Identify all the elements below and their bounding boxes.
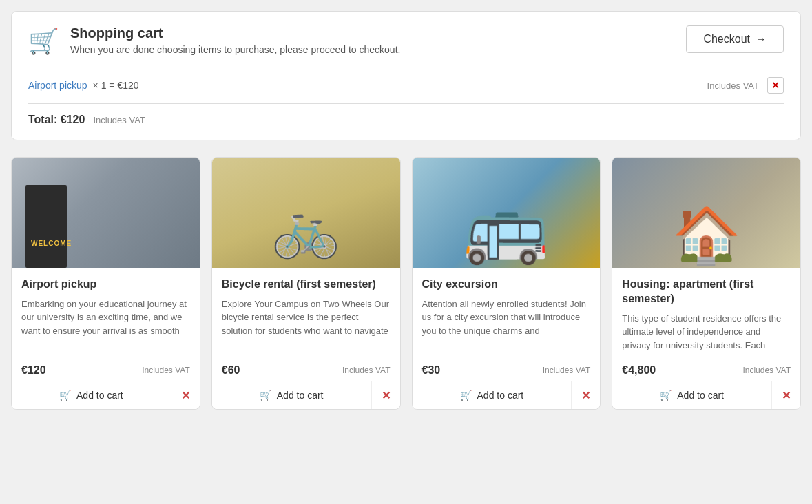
product-card-airport-pickup: Airport pickup Embarking on your educati… <box>11 157 200 410</box>
x-icon-city-excursion: ✕ <box>581 389 590 402</box>
product-price-housing-apartment: €4,800 <box>622 364 656 377</box>
page: 🛒 Shopping cart When you are done choosi… <box>0 0 812 421</box>
product-price-airport-pickup: €120 <box>21 364 46 377</box>
product-card-bicycle-rental: Bicycle rental (first semester) Explore … <box>211 157 401 410</box>
cart-total-vat: Includes VAT <box>93 115 145 125</box>
product-price-row-airport-pickup: €120 Includes VAT <box>12 357 200 381</box>
product-desc-city-excursion: Attention all newly enrolled students! J… <box>422 297 591 352</box>
add-to-cart-label-city-excursion: Add to cart <box>477 390 524 401</box>
checkout-button[interactable]: Checkout → <box>686 25 784 53</box>
cart-total-row: Total: €120 Includes VAT <box>28 103 784 126</box>
remove-cart-item-button[interactable]: ✕ <box>767 77 784 94</box>
product-desc-airport-pickup: Embarking on your educational journey at… <box>21 297 190 352</box>
product-price-city-excursion: €30 <box>422 364 441 377</box>
cart-item-quantity: × 1 = €120 <box>93 80 139 91</box>
product-price-bicycle-rental: €60 <box>222 364 240 377</box>
cart-icon-small-housing-apartment: 🛒 <box>660 390 672 401</box>
product-name-airport-pickup: Airport pickup <box>21 277 190 292</box>
product-vat-bicycle-rental: Includes VAT <box>342 366 391 375</box>
products-grid: Airport pickup Embarking on your educati… <box>11 157 801 410</box>
cart-icon-small-bicycle-rental: 🛒 <box>260 390 271 401</box>
cart-item-link[interactable]: Airport pickup <box>28 80 87 91</box>
product-footer-city-excursion: 🛒 Add to cart ✕ <box>413 381 601 409</box>
product-footer-airport-pickup: 🛒 Add to cart ✕ <box>12 381 200 409</box>
product-vat-city-excursion: Includes VAT <box>543 366 591 375</box>
product-name-bicycle-rental: Bicycle rental (first semester) <box>222 277 391 292</box>
cart-info: Shopping cart When you are done choosing… <box>70 25 400 55</box>
product-price-row-bicycle-rental: €60 Includes VAT <box>212 357 400 381</box>
product-card-housing-apartment: Housing: apartment (first semester) This… <box>612 157 801 410</box>
add-to-cart-label-bicycle-rental: Add to cart <box>277 390 324 401</box>
product-vat-airport-pickup: Includes VAT <box>142 366 190 375</box>
remove-product-button-city-excursion[interactable]: ✕ <box>572 381 600 409</box>
product-desc-housing-apartment: This type of student residence offers th… <box>622 312 791 353</box>
product-card-city-excursion: City excursion Attention all newly enrol… <box>412 157 601 410</box>
product-body-city-excursion: City excursion Attention all newly enrol… <box>413 268 601 357</box>
product-name-housing-apartment: Housing: apartment (first semester) <box>622 277 791 306</box>
cart-item-left: Airport pickup × 1 = €120 <box>28 80 139 91</box>
product-footer-bicycle-rental: 🛒 Add to cart ✕ <box>212 381 400 409</box>
cart-item-row: Airport pickup × 1 = €120 Includes VAT ✕ <box>28 70 784 101</box>
cart-item-right: Includes VAT ✕ <box>707 77 784 94</box>
cart-subtitle: When you are done choosing items to purc… <box>70 44 400 55</box>
add-to-cart-label-airport-pickup: Add to cart <box>76 390 123 401</box>
cart-title: Shopping cart <box>70 25 400 41</box>
product-desc-bicycle-rental: Explore Your Campus on Two Wheels Our bi… <box>222 297 391 352</box>
product-price-row-housing-apartment: €4,800 Includes VAT <box>612 357 800 381</box>
add-to-cart-button-city-excursion[interactable]: 🛒 Add to cart <box>413 381 572 409</box>
product-image-city-excursion <box>413 158 601 268</box>
x-icon-housing-apartment: ✕ <box>782 389 791 402</box>
cart-icon-small-airport-pickup: 🛒 <box>59 390 71 401</box>
shopping-cart-section: 🛒 Shopping cart When you are done choosi… <box>11 11 801 140</box>
product-body-bicycle-rental: Bicycle rental (first semester) Explore … <box>212 268 400 357</box>
product-vat-housing-apartment: Includes VAT <box>742 366 791 375</box>
cart-total-label: Total: €120 <box>28 114 85 126</box>
add-to-cart-button-airport-pickup[interactable]: 🛒 Add to cart <box>12 381 171 409</box>
product-name-city-excursion: City excursion <box>422 277 591 292</box>
product-image-bicycle-rental <box>212 158 400 268</box>
checkout-label: Checkout <box>703 33 750 45</box>
add-to-cart-button-bicycle-rental[interactable]: 🛒 Add to cart <box>212 381 372 409</box>
remove-product-button-housing-apartment[interactable]: ✕ <box>772 381 800 409</box>
checkout-arrow: → <box>756 33 767 45</box>
cart-icon: 🛒 <box>28 27 59 56</box>
product-footer-housing-apartment: 🛒 Add to cart ✕ <box>612 381 800 409</box>
product-image-housing-apartment <box>612 158 800 268</box>
cart-item-vat: Includes VAT <box>707 81 759 91</box>
x-icon-airport-pickup: ✕ <box>181 389 190 402</box>
cart-header-left: 🛒 Shopping cart When you are done choosi… <box>28 25 400 56</box>
remove-product-button-bicycle-rental[interactable]: ✕ <box>372 381 400 409</box>
product-price-row-city-excursion: €30 Includes VAT <box>413 357 601 381</box>
x-icon-bicycle-rental: ✕ <box>382 389 391 402</box>
product-body-airport-pickup: Airport pickup Embarking on your educati… <box>12 268 200 357</box>
cart-header: 🛒 Shopping cart When you are done choosi… <box>28 25 784 56</box>
product-image-airport-pickup <box>12 158 200 268</box>
product-body-housing-apartment: Housing: apartment (first semester) This… <box>612 268 800 357</box>
add-to-cart-button-housing-apartment[interactable]: 🛒 Add to cart <box>612 381 772 409</box>
remove-product-button-airport-pickup[interactable]: ✕ <box>171 381 200 409</box>
add-to-cart-label-housing-apartment: Add to cart <box>677 390 724 401</box>
cart-icon-small-city-excursion: 🛒 <box>460 390 472 401</box>
